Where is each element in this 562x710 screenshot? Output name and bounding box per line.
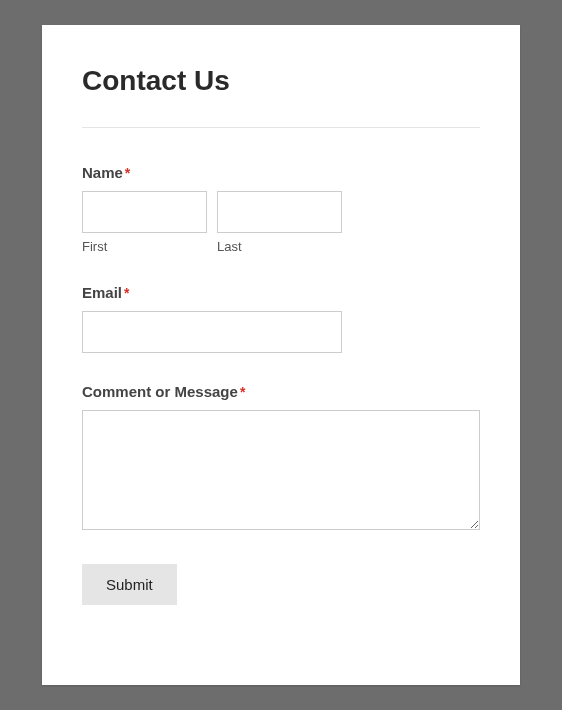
first-name-column: First [82, 191, 207, 254]
email-field-group: Email* [82, 284, 480, 353]
message-field-group: Comment or Message* [82, 383, 480, 534]
first-name-sublabel: First [82, 239, 207, 254]
name-label-text: Name [82, 164, 123, 181]
message-required-marker: * [240, 384, 245, 400]
message-textarea[interactable] [82, 410, 480, 530]
name-input-row: First Last [82, 191, 480, 254]
email-label-text: Email [82, 284, 122, 301]
last-name-input[interactable] [217, 191, 342, 233]
name-required-marker: * [125, 165, 130, 181]
last-name-column: Last [217, 191, 342, 254]
divider [82, 127, 480, 128]
last-name-sublabel: Last [217, 239, 342, 254]
submit-button[interactable]: Submit [82, 564, 177, 605]
name-field-group: Name* First Last [82, 164, 480, 254]
page-title: Contact Us [82, 65, 480, 97]
first-name-input[interactable] [82, 191, 207, 233]
message-label: Comment or Message* [82, 383, 245, 400]
name-label: Name* [82, 164, 130, 181]
contact-form-card: Contact Us Name* First Last Email* Comme… [42, 25, 520, 685]
email-input[interactable] [82, 311, 342, 353]
email-label: Email* [82, 284, 129, 301]
message-label-text: Comment or Message [82, 383, 238, 400]
email-required-marker: * [124, 285, 129, 301]
